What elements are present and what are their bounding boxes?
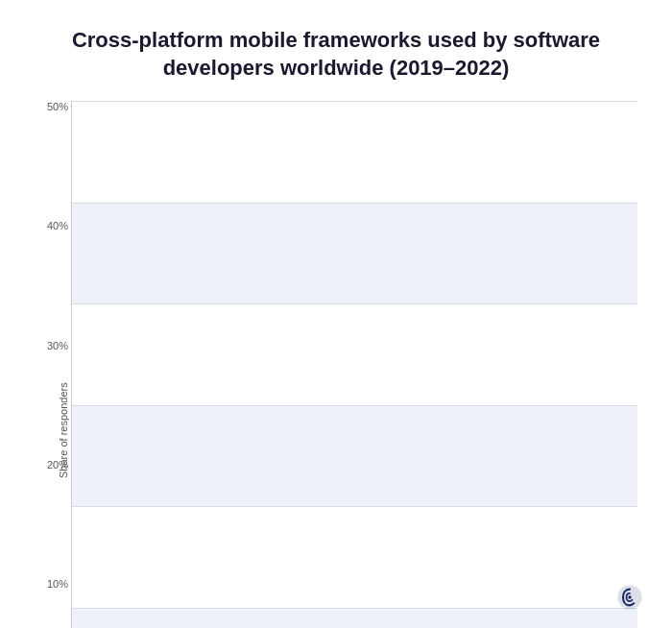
chart-inner: 30%39%42%46%42%42%38%32%29%18%16%10%28%1… xyxy=(71,101,637,628)
svg-point-1 xyxy=(628,595,632,599)
y-axis-title: Share of responders xyxy=(58,101,69,628)
watermark xyxy=(616,584,643,615)
grid-and-bars: 30%39%42%46%42%42%38%32%29%18%16%10%28%1… xyxy=(71,101,637,628)
chart-card: Cross-platform mobile frameworks used by… xyxy=(0,0,672,628)
chart-area: Share of responders 30%39%42%46%42%42%38… xyxy=(35,101,637,628)
chart-title: Cross-platform mobile frameworks used by… xyxy=(35,27,637,82)
bars-container: 30%39%42%46%42%42%38%32%29%18%16%10%28%1… xyxy=(72,101,637,628)
